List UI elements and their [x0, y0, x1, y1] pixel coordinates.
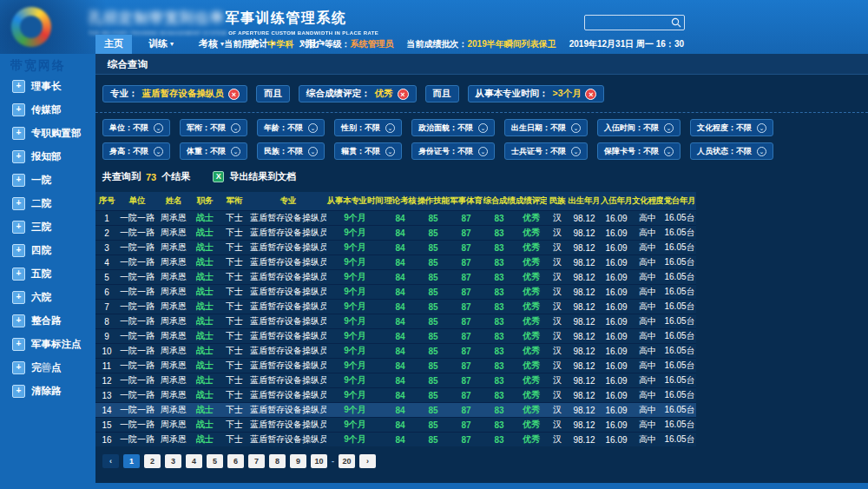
filter-dropdown-单位[interactable]: 单位：不限⌄: [102, 119, 170, 136]
filter-dropdown-出生日期[interactable]: 出生日期：不限⌄: [504, 119, 588, 136]
table-row[interactable]: 5一院一路周承恩战士下士蓝盾暂存设备操纵员9个月84858783优秀汉98.12…: [95, 270, 696, 285]
filter-dropdown-row: 单位：不限⌄军衔：不限⌄年龄：不限⌄性别：不限⌄政治面貌：不限⌄出生日期：不限⌄…: [102, 119, 868, 136]
pagination-page-8[interactable]: 8: [269, 454, 286, 468]
pagination-page-3[interactable]: 3: [165, 454, 181, 468]
sidebar-item-理事长[interactable]: +理事长: [12, 78, 82, 94]
table-cell: 9个月: [326, 403, 384, 418]
user-info-label: 当前成绩批次：: [406, 39, 467, 49]
filter-dropdown-军衔[interactable]: 军衔：不限⌄: [180, 119, 247, 136]
pagination-page-4[interactable]: 4: [186, 454, 202, 468]
pagination-page-10[interactable]: 10: [311, 454, 327, 468]
filter-dropdown-文化程度[interactable]: 文化程度：不限⌄: [690, 119, 773, 136]
sidebar-item-完善点[interactable]: +完善点: [12, 360, 82, 375]
tab-comprehensive-query[interactable]: 综合查询: [95, 54, 160, 71]
sidebar-item-传媒部[interactable]: +传媒部: [12, 102, 82, 117]
plus-icon: +: [12, 244, 25, 257]
filter-dropdown-label: 性别：不限: [341, 122, 380, 134]
filter-dropdown-身高[interactable]: 身高：不限⌄: [102, 142, 170, 160]
filter-dropdown-年龄[interactable]: 年龄：不限⌄: [257, 119, 325, 136]
filter-dropdown-籍贯[interactable]: 籍贯：不限⌄: [334, 142, 402, 160]
filter-dropdown-身份证号[interactable]: 身份证号：不限⌄: [411, 142, 495, 160]
table-row[interactable]: 8一院一路周承恩战士下士蓝盾暂存设备操纵员9个月84858783优秀汉98.12…: [95, 314, 696, 329]
sidebar-item-二院[interactable]: +二院: [12, 195, 82, 211]
table-cell: 16.05台: [663, 403, 696, 418]
sidebar-item-报知部[interactable]: +报知部: [12, 149, 82, 164]
table-row[interactable]: 9一院一路周承恩战士下士蓝盾暂存设备操纵员9个月84858783优秀汉98.12…: [95, 329, 696, 344]
user-info-value: 系统管理员: [350, 39, 393, 49]
pagination-page-9[interactable]: 9: [290, 454, 306, 468]
table-cell: 一院一路: [118, 329, 156, 344]
sidebar-item-label: 五院: [31, 268, 51, 281]
table-row[interactable]: 3一院一路周承恩战士下士蓝盾暂存设备操纵员9个月84858783优秀汉98.12…: [95, 241, 696, 255]
nav-item-主页[interactable]: 主页: [95, 35, 132, 54]
filter-dropdown-人员状态[interactable]: 人员状态：不限⌄: [690, 142, 773, 160]
table-row[interactable]: 13一院一路周承恩战士下士蓝盾暂存设备操纵员9个月84858783优秀汉98.1…: [95, 388, 696, 403]
sidebar-item-四院[interactable]: +四院: [12, 242, 82, 258]
table-row[interactable]: 16一院一路周承恩战士下士蓝盾暂存设备操纵员9个月84858783优秀汉98.1…: [95, 433, 696, 447]
pagination-page-2[interactable]: 2: [144, 454, 161, 468]
close-icon[interactable]: ×: [228, 89, 240, 100]
search-icon[interactable]: [671, 17, 681, 28]
table-row[interactable]: 15一院一路周承恩战士下士蓝盾暂存设备操纵员9个月84858783优秀汉98.1…: [95, 418, 696, 433]
filter-dropdown-保障卡号[interactable]: 保障卡号：不限⌄: [597, 142, 681, 160]
sidebar-item-六院[interactable]: +六院: [12, 289, 82, 305]
table-cell: 优秀: [516, 226, 547, 241]
table-row[interactable]: 14一院一路周承恩战士下士蓝盾暂存设备操纵员9个月84858783优秀汉98.1…: [95, 403, 696, 418]
table-cell: 83: [483, 300, 516, 314]
close-icon[interactable]: ×: [585, 89, 596, 100]
filter-tag[interactable]: 从事本专业时间：>3个月×: [468, 85, 605, 102]
table-cell: 优秀: [516, 403, 547, 418]
excel-icon[interactable]: X: [213, 171, 224, 182]
search-box[interactable]: [584, 15, 685, 30]
filter-connector[interactable]: 而且: [256, 85, 290, 102]
table-cell: 汉: [547, 418, 568, 433]
sidebar-item-专职购置部[interactable]: +专职购置部: [12, 125, 82, 141]
pagination-page-1[interactable]: 1: [123, 454, 140, 468]
sidebar-item-label: 四院: [31, 244, 51, 257]
table-row[interactable]: 1一院一路周承恩战士下士蓝盾暂存设备操纵员9个月84858783优秀汉98.12…: [95, 211, 696, 226]
table-cell: 16.09: [601, 226, 632, 241]
filter-connector[interactable]: 而且: [425, 85, 459, 102]
sidebar-item-整合路[interactable]: +整合路: [12, 313, 82, 328]
table-cell: 战士: [191, 241, 219, 255]
nav-item-训练[interactable]: 训练▾: [140, 35, 182, 54]
pagination-prev-button[interactable]: ‹: [102, 454, 119, 468]
table-row[interactable]: 6一院一路周承恩战士下士蓝盾暂存设备操纵员9个月84858783优秀汉98.12…: [95, 285, 696, 300]
filter-dropdown-体重[interactable]: 体重：不限⌄: [180, 142, 247, 160]
sidebar-item-清除路[interactable]: +清除路: [12, 383, 82, 399]
table-row[interactable]: 11一院一路周承恩战士下士蓝盾暂存设备操纵员9个月84858783优秀汉98.1…: [95, 359, 696, 373]
table-cell: 优秀: [516, 211, 547, 226]
filter-dropdown-性别[interactable]: 性别：不限⌄: [334, 119, 402, 136]
filter-dropdown-民族[interactable]: 民族：不限⌄: [257, 142, 325, 160]
pagination-page-6[interactable]: 6: [227, 454, 244, 468]
filter-dropdown-入伍时间[interactable]: 入伍时间：不限⌄: [597, 119, 681, 136]
table-row[interactable]: 7一院一路周承恩战士下士蓝盾暂存设备操纵员9个月84858783优秀汉98.12…: [95, 300, 696, 314]
table-cell: 98.12: [568, 433, 601, 447]
filter-tag[interactable]: 综合成绩评定：优秀×: [299, 85, 417, 102]
table-cell: 16.09: [601, 433, 632, 447]
chevron-down-circle-icon: ⌄: [757, 123, 766, 133]
sidebar-item-军事标注点[interactable]: +军事标注点: [12, 336, 82, 352]
table-row[interactable]: 12一院一路周承恩战士下士蓝盾暂存设备操纵员9个月84858783优秀汉98.1…: [95, 373, 696, 388]
sidebar-item-label: 传媒部: [31, 103, 62, 116]
filter-dropdown-士兵证号[interactable]: 士兵证号：不限⌄: [504, 142, 588, 160]
table-row[interactable]: 10一院一路周承恩战士下士蓝盾暂存设备操纵员9个月84858783优秀汉98.1…: [95, 344, 696, 359]
pagination-page-7[interactable]: 7: [248, 454, 265, 468]
sidebar-item-三院[interactable]: +三院: [12, 219, 82, 235]
table-row[interactable]: 4一院一路周承恩战士下士蓝盾暂存设备操纵员9个月84858783优秀汉98.12…: [95, 255, 696, 270]
close-icon[interactable]: ×: [398, 89, 409, 100]
sidebar-item-五院[interactable]: +五院: [12, 266, 82, 281]
filter-tag[interactable]: 专业：蓝盾暂存设备操纵员×: [102, 85, 247, 102]
filter-dropdown-政治面貌[interactable]: 政治面貌：不限⌄: [411, 119, 495, 136]
search-input[interactable]: [585, 16, 671, 30]
pagination-page-5[interactable]: 5: [207, 454, 223, 468]
pagination-page-20[interactable]: 20: [339, 454, 355, 468]
table-row[interactable]: 2一院一路周承恩战士下士蓝盾暂存设备操纵员9个月84858783优秀汉98.12…: [95, 226, 696, 241]
export-results-link[interactable]: 导出结果到文档: [229, 170, 296, 183]
column-header: 入伍年月: [601, 192, 632, 211]
table-cell: 83: [483, 344, 516, 359]
plus-icon: +: [12, 291, 25, 304]
pagination-next-button[interactable]: ›: [359, 454, 376, 468]
nav-item-label: 训练: [148, 37, 168, 50]
sidebar-item-一院[interactable]: +一院: [12, 172, 82, 188]
